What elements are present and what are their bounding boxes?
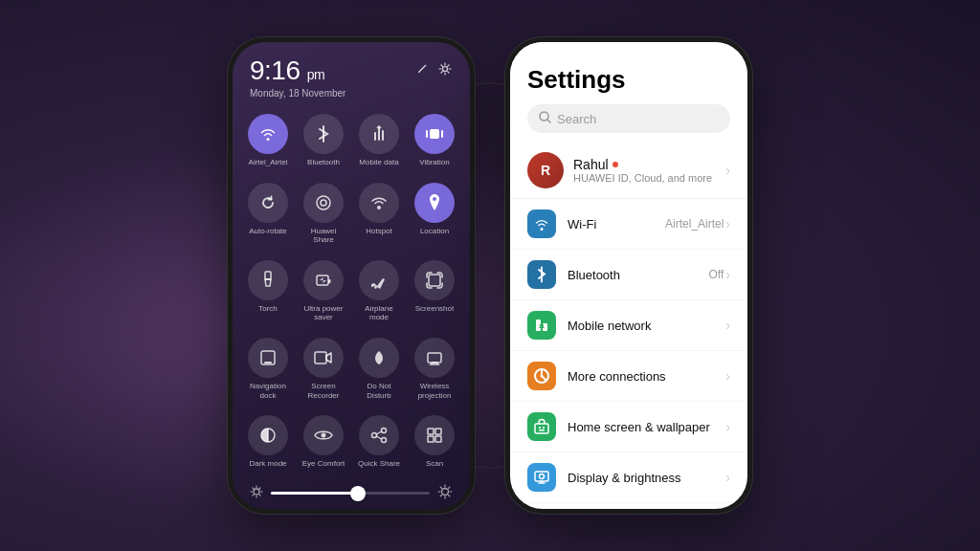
avatar: R: [527, 152, 564, 188]
toggle-btn-wireless-proj[interactable]: [414, 338, 455, 378]
settings-item-mobile-network[interactable]: 11 Mobile network ›: [510, 300, 747, 351]
toggle-btn-torch[interactable]: [248, 260, 288, 300]
toggle-btn-screen-recorder[interactable]: [303, 338, 344, 378]
toggle-label-location: Location: [420, 227, 449, 236]
toggle-btn-location[interactable]: [414, 183, 455, 223]
toggle-btn-dnd[interactable]: [359, 338, 399, 378]
more-connections-right: ›: [725, 368, 730, 384]
toggle-quick-share[interactable]: Quick Share: [353, 409, 405, 474]
settings-item-sounds[interactable]: Sounds & vibration ›: [510, 503, 747, 509]
settings-icon[interactable]: [437, 61, 453, 77]
toggle-huawei-share[interactable]: Huawei Share: [298, 177, 349, 251]
toggle-vibration[interactable]: Vibration: [409, 108, 460, 173]
toggle-hotspot[interactable]: Hotspot: [353, 177, 405, 251]
more-connections-text: More connections: [568, 369, 714, 384]
brightness-low-icon: [250, 485, 263, 501]
toggle-btn-eye-comfort[interactable]: [303, 415, 344, 455]
settings-item-wifi[interactable]: Wi-Fi Airtel_Airtel ›: [510, 199, 747, 250]
toggle-btn-hotspot[interactable]: [359, 183, 399, 223]
brightness-thumb[interactable]: [350, 486, 366, 501]
settings-header: Settings Search: [510, 42, 747, 143]
svg-point-4: [321, 200, 326, 206]
toggle-label-wireless-proj: Wireless projection: [411, 382, 458, 400]
search-bar[interactable]: Search: [527, 104, 730, 133]
toggle-screenshot[interactable]: Screenshot: [409, 254, 460, 328]
mobile-network-label: Mobile network: [568, 319, 714, 333]
status-icons: [414, 61, 453, 77]
profile-chevron: ›: [725, 163, 730, 178]
toggle-wireless-proj[interactable]: Wireless projection: [409, 332, 460, 406]
bluetooth-label: Bluetooth: [568, 268, 698, 282]
wifi-icon: [527, 209, 556, 238]
wifi-text: Wi-Fi: [568, 217, 654, 231]
more-connections-chevron: ›: [725, 368, 730, 384]
right-phone: Settings Search R: [504, 36, 753, 515]
svg-rect-36: [535, 472, 548, 481]
toggle-auto-rotate[interactable]: Auto-rotate: [242, 177, 294, 251]
toggle-btn-power-saver[interactable]: [303, 260, 344, 300]
toggle-dark-mode[interactable]: Dark mode: [242, 409, 294, 474]
svg-rect-32: [535, 424, 548, 433]
svg-rect-9: [429, 275, 440, 286]
toggle-location[interactable]: Location: [409, 177, 460, 251]
toggle-btn-huawei-share[interactable]: [303, 183, 344, 223]
toggle-btn-airplane[interactable]: [359, 260, 399, 300]
toggle-label-power-saver: Ultra power saver: [300, 304, 347, 322]
toggle-dnd[interactable]: Do Not Disturb: [353, 332, 405, 406]
svg-text:11: 11: [539, 323, 546, 329]
toggle-btn-quick-share[interactable]: [359, 415, 399, 455]
brightness-track[interactable]: [271, 492, 430, 495]
toggle-power-saver[interactable]: Ultra power saver: [298, 254, 349, 328]
online-status-dot: [612, 162, 618, 167]
toggle-btn-mobile-data[interactable]: [359, 114, 399, 154]
profile-name: Rahul: [573, 157, 716, 172]
toggle-label-hotspot: Hotspot: [366, 227, 392, 236]
settings-item-display[interactable]: Display & brightness ›: [510, 452, 747, 503]
settings-item-bluetooth[interactable]: Bluetooth Off ›: [510, 250, 747, 300]
profile-item[interactable]: R Rahul HUAWEI ID, Cloud, and more ›: [510, 143, 747, 199]
settings-item-homescreen[interactable]: Home screen & wallpaper ›: [510, 402, 747, 452]
more-connections-label: More connections: [568, 369, 714, 384]
mobile-network-chevron: ›: [725, 318, 730, 333]
svg-rect-22: [435, 436, 441, 442]
bluetooth-icon: [527, 260, 556, 289]
brightness-fill: [271, 492, 358, 495]
toggle-label-eye-comfort: Eye Comfort: [302, 459, 345, 469]
svg-rect-2: [430, 129, 439, 139]
toggle-torch[interactable]: Torch: [242, 254, 294, 328]
homescreen-text: Home screen & wallpaper: [568, 420, 714, 434]
toggle-btn-nav-dock[interactable]: [248, 338, 288, 378]
toggle-btn-bluetooth[interactable]: [303, 114, 344, 154]
toggle-btn-dark-mode[interactable]: [248, 415, 288, 455]
toggle-btn-wifi[interactable]: [248, 114, 288, 154]
toggle-nav-dock[interactable]: Navigation dock: [242, 332, 294, 406]
toggle-scan[interactable]: Scan: [409, 409, 460, 474]
toggle-wifi[interactable]: Airtel_Airtel: [242, 108, 294, 173]
toggle-label-torch: Torch: [258, 304, 278, 314]
toggle-btn-vibration[interactable]: [414, 114, 455, 154]
svg-point-23: [254, 489, 259, 495]
toggle-mobile-data[interactable]: Mobile data: [353, 108, 405, 173]
toggle-btn-screenshot[interactable]: [414, 260, 455, 300]
svg-point-37: [540, 474, 545, 479]
toggle-airplane[interactable]: Airplane mode: [353, 254, 405, 328]
toggle-btn-scan[interactable]: [414, 415, 455, 455]
svg-rect-11: [264, 362, 272, 364]
settings-item-more-connections[interactable]: More connections ›: [510, 351, 747, 402]
toggle-eye-comfort[interactable]: Eye Comfort: [298, 409, 349, 474]
bluetooth-text: Bluetooth: [568, 268, 698, 282]
toggle-screen-recorder[interactable]: Screen Recorder: [298, 332, 349, 406]
toggle-btn-auto-rotate[interactable]: [248, 183, 288, 223]
svg-rect-35: [539, 430, 545, 431]
toggle-label-vibration: Vibration: [419, 158, 449, 167]
toggle-label-dnd: Do Not Disturb: [355, 382, 403, 400]
settings-list: R Rahul HUAWEI ID, Cloud, and more ›: [510, 143, 747, 509]
display-text: Display & brightness: [568, 471, 714, 485]
more-connections-icon: [527, 362, 556, 390]
bluetooth-value: Off: [709, 268, 724, 281]
clock-time: 9:16 pm: [250, 55, 345, 86]
toggle-label-wifi: Airtel_Airtel: [249, 158, 288, 167]
toggle-bluetooth[interactable]: Bluetooth: [298, 108, 349, 173]
svg-rect-20: [435, 429, 441, 434]
toggle-label-mobile-data: Mobile data: [359, 158, 398, 167]
